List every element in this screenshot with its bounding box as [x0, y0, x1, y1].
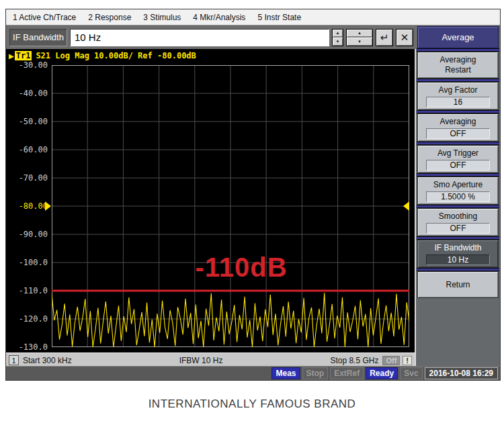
enter-icon: ↵ — [380, 32, 389, 44]
y-tick-label: -30.00 — [9, 60, 48, 70]
graph-window: ▶ Tr1 S21 Log Mag 10.00dB/ Ref -80.00dB … — [6, 49, 416, 352]
softkey-label: Avg Trigger — [437, 148, 478, 158]
analyzer-screen: 1 Active Ch/Trace2 Response3 Stimulus4 M… — [5, 9, 501, 381]
step-up-icon[interactable]: ▲ — [347, 30, 372, 38]
step-down-icon[interactable]: ▼ — [347, 38, 372, 46]
menu-item[interactable]: 5 Instr State — [257, 13, 301, 22]
ifbw-label: IFBW 10 Hz — [72, 356, 331, 365]
softkey-smoothing[interactable]: SmoothingOFF — [417, 208, 499, 236]
menu-bar: 1 Active Ch/Trace2 Response3 Stimulus4 M… — [6, 9, 500, 26]
close-button[interactable]: ✕ — [396, 29, 413, 46]
step-up-icon[interactable]: ▲ — [333, 30, 343, 38]
active-trace-marker-icon: ▶ — [9, 52, 14, 60]
y-tick-label: -90.00 — [9, 229, 48, 240]
softkey-avg-trigger[interactable]: Avg TriggerOFF — [417, 145, 499, 173]
channel-number-badge: 1 — [9, 355, 19, 365]
y-tick-label: -110.0 — [9, 285, 48, 296]
softkey-if-bandwidth[interactable]: IF Bandwidth10 Hz — [417, 240, 499, 268]
y-tick-label: -50.00 — [9, 116, 48, 127]
softkey-value: 16 — [426, 97, 490, 107]
y-tick-label: -70.00 — [9, 173, 48, 183]
off-indicator-badge: Off — [382, 356, 400, 365]
trace-description: S21 Log Mag 10.00dB/ Ref -80.00dB — [36, 51, 196, 60]
softkey-menu-title: Average — [417, 26, 499, 48]
softkey-label: Return — [446, 280, 470, 290]
softkey-value: OFF — [426, 128, 490, 139]
plot-canvas — [52, 65, 409, 347]
fine-stepper[interactable]: ▲ ▼ — [332, 29, 343, 46]
noise-floor-annotation: -110dB — [154, 252, 329, 283]
softkey-smo-aperture[interactable]: Smo Aperture1.5000 % — [417, 177, 499, 205]
y-tick-label: -120.0 — [9, 314, 48, 324]
if-bandwidth-field-label: IF Bandwidth — [9, 29, 67, 46]
softkey-list: AveragingRestartAvg Factor16AveragingOFF… — [416, 48, 500, 298]
y-tick-label: -40.00 — [9, 88, 48, 99]
softkey-sidebar: Average AveragingRestartAvg Factor16Aver… — [416, 26, 500, 366]
menu-item[interactable]: 1 Active Ch/Trace — [13, 13, 76, 22]
softkey-label: Averaging — [440, 117, 476, 127]
y-tick-label: -130.0 — [9, 342, 48, 352]
softkey-label: Averaging — [440, 55, 476, 65]
channel-bar: 1 Start 300 kHz IFBW 10 Hz Stop 8.5 GHz … — [6, 352, 416, 367]
menu-item[interactable]: 4 Mkr/Analysis — [193, 13, 245, 22]
status-badge-ready: Ready — [366, 367, 398, 379]
start-frequency-label: Start 300 kHz — [23, 356, 72, 365]
ref-level-marker-right-icon — [403, 201, 409, 211]
softkey-label: Avg Factor — [439, 85, 478, 95]
softkey-label: Smo Aperture — [433, 180, 482, 190]
softkey-value: 1.5000 % — [426, 191, 490, 202]
menu-item[interactable]: 2 Response — [88, 13, 131, 22]
enter-button[interactable]: ↵ — [376, 29, 393, 46]
ref-level-marker-left-icon — [45, 201, 51, 211]
clock: 2016-10-08 16:29 — [425, 367, 498, 379]
status-badge-meas: Meas — [271, 367, 300, 379]
alert-indicator-badge: ! — [403, 356, 412, 365]
stop-frequency-label: Stop 8.5 GHz — [330, 356, 378, 365]
status-bar: MeasStopExtRefReadySvc 2016-10-08 16:29 — [6, 366, 500, 380]
softkey-averaging[interactable]: AveragingOFF — [417, 113, 499, 142]
trace-id-badge: Tr1 — [15, 51, 32, 60]
if-bandwidth-input[interactable] — [70, 29, 329, 46]
status-badge-extref: ExtRef — [330, 367, 364, 379]
plot-area — [52, 65, 409, 347]
softkey-value: OFF — [426, 160, 490, 171]
y-tick-label: -80.00 — [9, 201, 48, 211]
status-badges: MeasStopExtRefReadySvc — [271, 367, 422, 379]
caption-text: INTERNATIONALLY FAMOUS BRAND — [0, 397, 504, 411]
softkey-label: Smoothing — [439, 211, 477, 222]
close-icon: ✕ — [401, 32, 409, 44]
softkey-avg-factor[interactable]: Avg Factor16 — [417, 82, 499, 110]
status-badge-stop: Stop — [302, 367, 329, 379]
entry-toolbar: IF Bandwidth ▲ ▼ ▲ ▼ ↵ ✕ — [6, 26, 416, 49]
step-down-icon[interactable]: ▼ — [333, 38, 343, 46]
status-badge-svc: Svc — [400, 367, 422, 379]
softkey-value: 10 Hz — [426, 254, 490, 265]
softkey-label: IF Bandwidth — [434, 243, 481, 253]
softkey-label: Restart — [445, 65, 471, 75]
softkey-return[interactable]: Return — [417, 271, 499, 298]
softkey-value: OFF — [426, 223, 490, 234]
softkey-averaging-restart[interactable]: AveragingRestart — [417, 52, 499, 79]
menu-item[interactable]: 3 Stimulus — [143, 13, 181, 22]
page: 1 Active Ch/Trace2 Response3 Stimulus4 M… — [0, 0, 504, 423]
y-tick-label: -60.00 — [9, 144, 48, 155]
y-tick-label: -100.0 — [9, 257, 48, 268]
coarse-stepper[interactable]: ▲ ▼ — [346, 29, 373, 46]
